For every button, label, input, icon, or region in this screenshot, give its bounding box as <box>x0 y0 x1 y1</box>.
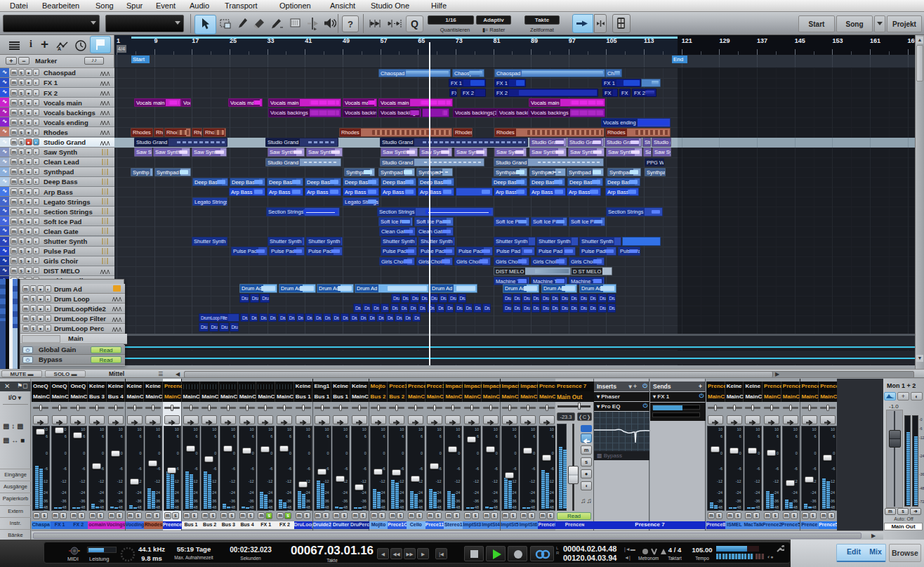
svg-text:A: A <box>58 46 61 51</box>
